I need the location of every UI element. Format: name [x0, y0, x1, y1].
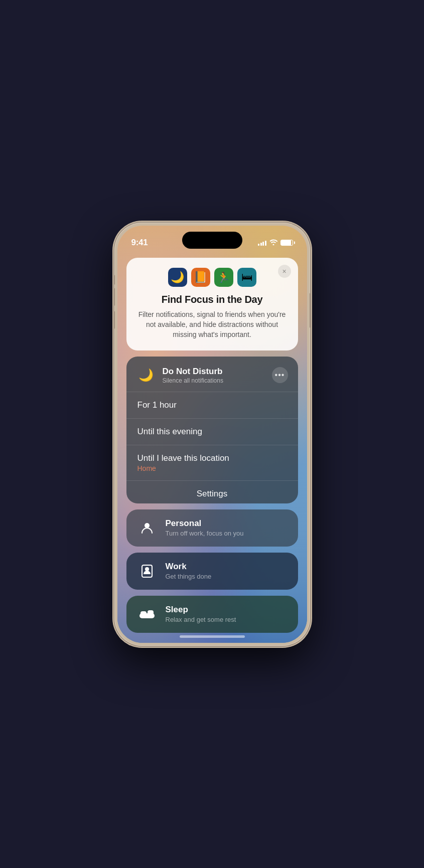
svg-point-2 — [145, 567, 149, 571]
dnd-option-until-location[interactable]: Until I leave this location Home — [126, 445, 298, 480]
dnd-moon-icon: 🌙 — [136, 366, 156, 385]
sleep-card-text: Sleep Relax and get some rest — [166, 605, 288, 623]
dnd-more-button[interactable]: ••• — [272, 367, 288, 383]
svg-point-0 — [145, 523, 150, 528]
volume-up-button[interactable] — [114, 288, 115, 306]
work-card-name: Work — [166, 562, 288, 572]
wifi-icon — [269, 239, 277, 247]
battery-fill — [281, 240, 292, 245]
signal-bars-icon — [258, 240, 266, 246]
dnd-title: Do Not Disturb — [163, 367, 265, 377]
bed-focus-icon: 🛏 — [237, 268, 256, 287]
dnd-settings-option[interactable]: Settings — [126, 481, 298, 503]
status-time: 9:41 — [131, 238, 148, 248]
signal-bar-3 — [262, 242, 264, 246]
svg-rect-4 — [140, 611, 147, 615]
dnd-option-until-evening[interactable]: Until this evening — [126, 419, 298, 445]
status-icons — [258, 239, 293, 247]
signal-bar-1 — [258, 244, 259, 246]
personal-card-name: Personal — [166, 518, 288, 529]
mute-switch[interactable] — [114, 275, 115, 285]
dnd-header-text: Do Not Disturb Silence all notifications — [163, 367, 265, 384]
phone-screen: 9:41 — [117, 226, 307, 643]
personal-card-text: Personal Turn off work, focus on you — [166, 518, 288, 537]
dynamic-island — [182, 232, 242, 249]
signal-bar-4 — [265, 241, 266, 246]
reading-focus-icon: 📙 — [191, 268, 210, 287]
dnd-header: 🌙 Do Not Disturb Silence all notificatio… — [126, 357, 298, 392]
power-button[interactable] — [310, 293, 310, 328]
svg-rect-5 — [148, 610, 154, 615]
dnd-panel: 🌙 Do Not Disturb Silence all notificatio… — [126, 357, 298, 503]
personal-card-desc: Turn off work, focus on you — [166, 530, 288, 537]
content-area: × 🌙 📙 🏃 🛏 Find Focus in the Day Filter n… — [117, 253, 307, 643]
close-button[interactable]: × — [278, 265, 291, 278]
home-indicator[interactable] — [180, 635, 245, 638]
fitness-focus-icon: 🏃 — [214, 268, 233, 287]
sleep-focus-card[interactable]: Sleep Relax and get some rest — [126, 596, 298, 633]
focus-intro-title: Find Focus in the Day — [138, 294, 286, 305]
focus-intro-description: Filter notifications, signal to friends … — [138, 309, 286, 340]
work-focus-card[interactable]: Work Get things done — [126, 553, 298, 590]
focus-icons-row: 🌙 📙 🏃 🛏 — [138, 268, 286, 287]
sleep-focus-icon: 🌙 — [168, 268, 187, 287]
sleep-card-name: Sleep — [166, 605, 288, 615]
work-card-desc: Get things done — [166, 573, 288, 580]
work-card-text: Work Get things done — [166, 562, 288, 580]
phone-frame: 9:41 — [114, 223, 310, 646]
volume-down-button[interactable] — [114, 311, 115, 329]
dnd-subtitle: Silence all notifications — [163, 377, 265, 384]
sleep-card-desc: Relax and get some rest — [166, 616, 288, 623]
focus-intro-card: × 🌙 📙 🏃 🛏 Find Focus in the Day Filter n… — [126, 258, 298, 351]
dnd-option-for-hour[interactable]: For 1 hour — [126, 392, 298, 418]
battery-icon — [280, 240, 293, 246]
work-icon — [136, 561, 158, 582]
personal-icon — [136, 517, 158, 539]
sleep-icon — [136, 604, 158, 625]
signal-bar-2 — [260, 243, 262, 246]
personal-focus-card[interactable]: Personal Turn off work, focus on you — [126, 509, 298, 547]
